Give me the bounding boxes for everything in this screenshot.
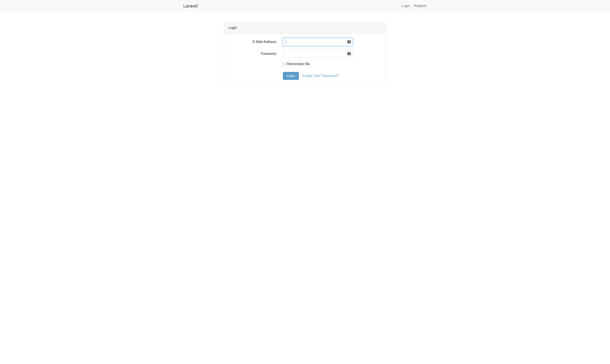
navbar: Laravel Login Register [0, 0, 610, 12]
password-field[interactable] [283, 50, 353, 58]
login-card: Login E-Mail Address Password [224, 22, 386, 84]
card-header: Login [224, 23, 386, 33]
email-label: E-Mail Address [229, 38, 280, 46]
remember-label[interactable]: Remember Me [287, 61, 310, 67]
login-button[interactable]: Login [283, 72, 299, 80]
brand-link[interactable]: Laravel [183, 3, 198, 9]
nav-register-link[interactable]: Register [414, 4, 427, 8]
email-field[interactable] [283, 38, 353, 46]
nav-login-link[interactable]: Login [402, 4, 410, 8]
password-label: Password [229, 50, 280, 58]
remember-checkbox[interactable] [283, 63, 286, 65]
text-cursor [286, 40, 286, 44]
forgot-password-link[interactable]: Forgot Your Password? [302, 73, 339, 78]
